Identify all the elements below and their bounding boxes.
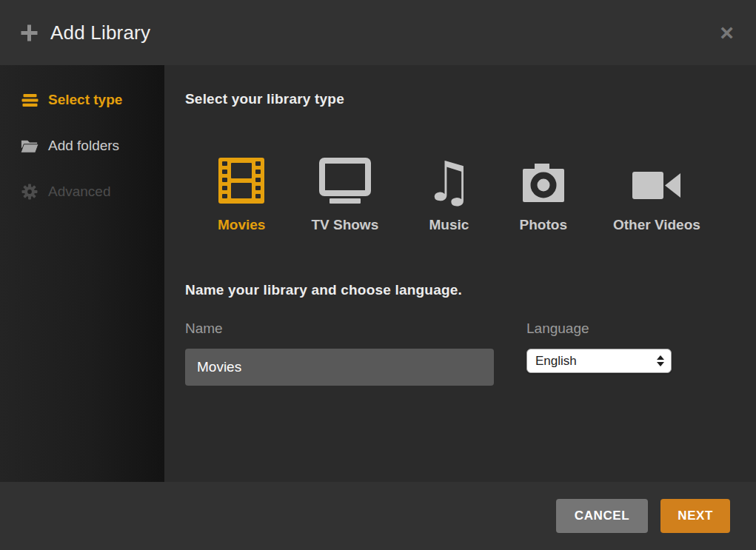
gear-icon bbox=[21, 184, 39, 200]
type-label-tv-shows: TV Shows bbox=[311, 217, 378, 233]
name-label: Name bbox=[185, 321, 494, 337]
film-strip-icon bbox=[218, 158, 264, 204]
camera-icon bbox=[522, 158, 565, 204]
library-type-music[interactable]: ♫ Music bbox=[424, 158, 473, 233]
sidebar-item-advanced: Advanced bbox=[0, 169, 164, 215]
library-type-movies[interactable]: Movies bbox=[218, 158, 265, 233]
close-icon[interactable]: × bbox=[717, 21, 737, 44]
dialog-body: Select type Add folders bbox=[0, 65, 756, 482]
dialog-footer: CANCEL NEXT bbox=[0, 482, 756, 550]
language-selected-value: English bbox=[535, 354, 577, 369]
dialog-header: Add Library × bbox=[0, 0, 756, 65]
sidebar-item-label: Add folders bbox=[48, 138, 119, 154]
library-type-other-videos[interactable]: Other Videos bbox=[613, 158, 700, 233]
select-type-panel: Select your library type bbox=[164, 65, 756, 482]
cancel-button[interactable]: CANCEL bbox=[556, 499, 648, 533]
video-camera-icon bbox=[632, 158, 681, 204]
dialog-title: Add Library bbox=[50, 21, 150, 44]
type-label-movies: Movies bbox=[218, 217, 265, 233]
music-note-icon: ♫ bbox=[424, 158, 473, 204]
next-button[interactable]: NEXT bbox=[660, 499, 730, 533]
type-label-other-videos: Other Videos bbox=[613, 217, 700, 233]
language-select[interactable]: English bbox=[526, 349, 672, 373]
name-language-heading: Name your library and choose language. bbox=[185, 282, 756, 298]
library-type-heading: Select your library type bbox=[185, 91, 756, 107]
select-stepper-icon bbox=[657, 355, 664, 366]
language-field-group: Language English bbox=[526, 321, 672, 386]
library-type-row: Movies TV Shows ♫ Music bbox=[218, 158, 756, 233]
name-field-group: Name bbox=[185, 321, 494, 386]
library-type-tv-shows[interactable]: TV Shows bbox=[311, 158, 378, 233]
list-icon bbox=[21, 92, 39, 109]
library-name-input[interactable] bbox=[185, 349, 494, 386]
folder-icon bbox=[21, 138, 39, 154]
sidebar-item-add-folders[interactable]: Add folders bbox=[0, 123, 164, 169]
plus-icon bbox=[21, 24, 38, 41]
type-label-music: Music bbox=[429, 217, 469, 233]
sidebar-item-label: Advanced bbox=[48, 184, 111, 200]
sidebar-item-select-type[interactable]: Select type bbox=[0, 77, 164, 123]
sidebar-item-label: Select type bbox=[48, 92, 122, 108]
wizard-steps-sidebar: Select type Add folders bbox=[0, 65, 164, 482]
language-label: Language bbox=[526, 321, 672, 337]
type-label-photos: Photos bbox=[520, 217, 567, 233]
tv-icon bbox=[318, 158, 372, 204]
add-library-dialog: Add Library × Select type bbox=[0, 0, 756, 550]
library-type-photos[interactable]: Photos bbox=[520, 158, 567, 233]
name-language-form: Name Language English bbox=[185, 321, 756, 386]
